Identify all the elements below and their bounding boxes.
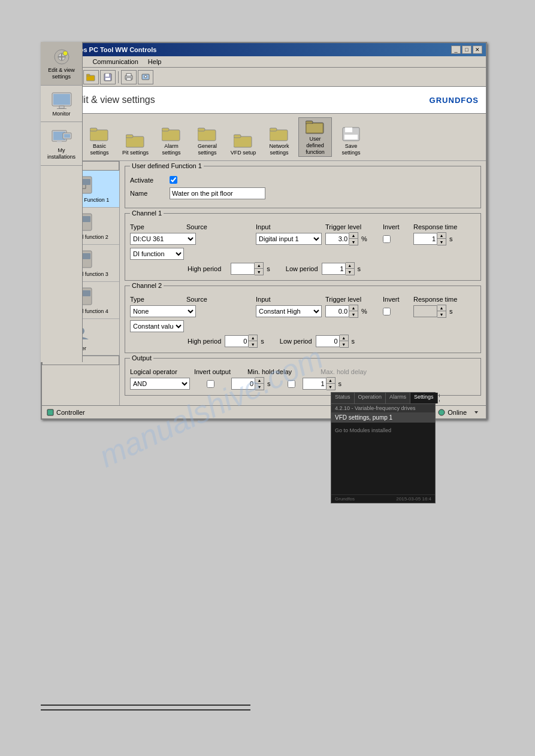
bottom-lines (41, 705, 250, 714)
ch1-type-select[interactable]: DI function (130, 248, 184, 260)
ch2-high-down[interactable]: ▼ (249, 341, 257, 347)
ch1-trigger-down[interactable]: ▼ (349, 239, 358, 245)
toolbar-sep-2 (118, 71, 119, 83)
invert-output-label: Invert output (194, 368, 231, 375)
ch2-trigger-down[interactable]: ▼ (349, 311, 358, 317)
svg-rect-64 (57, 141, 62, 143)
activate-label: Activate (130, 177, 166, 184)
max-hold-up[interactable]: ▲ (327, 378, 335, 384)
ch2-type-select[interactable]: Constant value (130, 320, 184, 332)
svg-rect-25 (234, 135, 241, 138)
svg-rect-16 (90, 130, 108, 141)
maximize-button[interactable]: □ (462, 45, 471, 54)
ch1-high-down[interactable]: ▼ (255, 269, 263, 275)
ch1-invert-checkbox[interactable] (383, 235, 391, 243)
vfd-tab-operation[interactable]: Operation (355, 393, 386, 403)
icon-bar: Load/open settings Basic settings Pit se… (42, 114, 486, 161)
ch2-high-input[interactable]: 0 (225, 335, 249, 347)
ch1-input-select[interactable]: Digital input 1 (256, 233, 322, 245)
status-expand-button[interactable] (471, 410, 481, 415)
sidebar-monitor[interactable]: Monitor (41, 86, 82, 123)
print-button[interactable] (121, 70, 137, 84)
ch2-trigger-input[interactable]: 0.0 (325, 305, 349, 317)
max-hold-label: Max. hold delay (321, 368, 367, 375)
menu-communication[interactable]: Communication (90, 57, 140, 66)
min-hold-up[interactable]: ▲ (255, 378, 264, 384)
menu-help[interactable]: Help (146, 57, 164, 66)
save-button[interactable] (100, 70, 116, 84)
ch2-invert-checkbox[interactable] (383, 308, 391, 315)
ch2-trigger-up[interactable]: ▲ (349, 305, 358, 311)
ch2-response-input[interactable] (413, 305, 437, 317)
ch1-trigger-label: Trigger level (325, 223, 361, 230)
sidebar-installations-icon (50, 127, 74, 147)
logical-op-select[interactable]: AND (130, 378, 190, 390)
ch1-response-up[interactable]: ▲ (437, 233, 446, 239)
open-button[interactable] (83, 70, 99, 84)
iconbar-general[interactable]: General settings (191, 125, 224, 157)
max-hold-checkbox[interactable] (288, 380, 295, 388)
ch1-trigger-input[interactable]: 3.0 (325, 233, 349, 245)
ch1-response-input[interactable]: 1 (413, 233, 437, 245)
close-button[interactable]: ✕ (473, 45, 482, 54)
svg-rect-61 (57, 108, 67, 109)
invert-output-checkbox[interactable] (207, 380, 214, 388)
max-hold-input[interactable]: 1 (303, 378, 327, 390)
svg-rect-56 (61, 53, 62, 60)
iconbar-vfd[interactable]: VFD setup (226, 132, 260, 157)
screenshot-button[interactable] (138, 70, 153, 84)
ch1-trigger-spin: 3.0 ▲ ▼ (325, 232, 358, 245)
iconbar-network[interactable]: Network settings (262, 125, 296, 157)
udf1-group: User defined Function 1 Activate Name Wa… (125, 166, 481, 208)
ch1-low-down[interactable]: ▼ (346, 269, 354, 275)
vfd-content: Go to Modules installed (331, 423, 435, 494)
iconbar-save[interactable]: Save settings (334, 125, 368, 157)
iconbar-pit[interactable]: Pit settings (119, 132, 152, 157)
sidebar-installations[interactable]: My installations (41, 122, 82, 166)
ch2-source-select[interactable]: None (130, 305, 196, 317)
logical-op-label: Logical operator (130, 368, 177, 375)
min-hold-input[interactable]: 0 (231, 378, 255, 390)
vfd-tab-status[interactable]: Status (331, 393, 355, 403)
ch1-response-unit: s (449, 235, 453, 242)
iconbar-basic[interactable]: Basic settings (83, 125, 116, 157)
ch2-high-up[interactable]: ▲ (249, 335, 257, 341)
ch2-trigger-label: Trigger level (325, 296, 361, 303)
ch2-response-down[interactable]: ▼ (437, 311, 446, 317)
ch1-source-select[interactable]: DI:CU 361 (130, 233, 196, 245)
name-input[interactable]: Water on the pit floor (170, 187, 265, 199)
ch1-trigger-unit: % (361, 235, 367, 242)
ch2-low-up[interactable]: ▲ (340, 335, 348, 341)
header-title: Edit & view settings (72, 95, 155, 105)
ch2-type-label: Type (130, 296, 144, 303)
sidebar-monitor-icon (50, 90, 74, 111)
ch2-response-up[interactable]: ▲ (437, 305, 446, 311)
ch1-low-input[interactable]: 1 (322, 263, 346, 275)
menu-bar: File Tools Communication Help (42, 56, 486, 68)
iconbar-alarm[interactable]: Alarm settings (155, 125, 188, 157)
vfd-tab-alarms[interactable]: Alarms (386, 393, 410, 403)
sidebar-edit-view[interactable]: Edit & view settings (41, 42, 82, 86)
iconbar-udf[interactable]: User defined function (298, 117, 332, 157)
right-content: User defined Function 1 Activate Name Wa… (120, 161, 486, 405)
ch1-low-up[interactable]: ▲ (346, 263, 354, 269)
svg-rect-29 (306, 121, 313, 124)
vfd-footer-right: 2015-03-05 16:4 (396, 496, 431, 502)
ch1-trigger-up[interactable]: ▲ (349, 233, 358, 239)
max-hold-down[interactable]: ▼ (327, 384, 335, 390)
bottom-line-1 (41, 705, 250, 706)
minimize-button[interactable]: _ (451, 45, 461, 54)
min-hold-label: Min. hold delay (247, 368, 292, 375)
ch2-low-input[interactable]: 0 (316, 335, 340, 347)
vfd-tab-settings[interactable]: Settings (410, 393, 438, 403)
ch1-response-down[interactable]: ▼ (437, 239, 446, 245)
sidebar-installations-label: My installations (43, 147, 80, 160)
ch2-low-spin: 0 ▲ ▼ (316, 335, 349, 348)
ch2-input-select[interactable]: Constant High (256, 305, 322, 317)
min-hold-down[interactable]: ▼ (255, 384, 264, 390)
ch1-high-input[interactable] (231, 263, 255, 275)
ch2-low-period-label: Low period (280, 338, 312, 345)
ch1-high-up[interactable]: ▲ (255, 263, 263, 269)
activate-checkbox[interactable] (170, 176, 177, 184)
ch2-low-down[interactable]: ▼ (340, 341, 348, 347)
